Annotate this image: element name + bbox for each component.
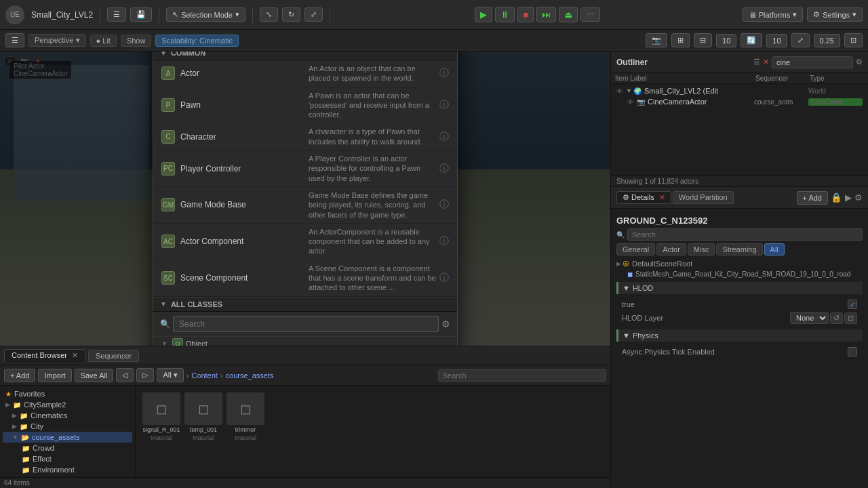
scale-btn[interactable]: ⤢ bbox=[304, 7, 323, 22]
lit-btn[interactable]: ● Lit bbox=[90, 35, 117, 47]
tab-general[interactable]: General bbox=[616, 243, 655, 256]
tree-cinematics[interactable]: ▶ 📁 Cinematics bbox=[3, 410, 132, 421]
tab-content-browser[interactable]: Content Browser ✕ bbox=[4, 349, 85, 362]
outliner-close-btn[interactable]: ✕ bbox=[763, 58, 769, 66]
tab-sequencer[interactable]: Sequencer bbox=[88, 350, 139, 362]
cb-search-input[interactable] bbox=[438, 369, 606, 382]
class-row-player-controller[interactable]: PC Player Controller A Player Controller… bbox=[153, 150, 457, 187]
class-row-scene-component[interactable]: SC Scene Component A Scene Component is … bbox=[153, 260, 457, 297]
static-mesh-field[interactable]: ◼ StaticMesh_Game_Road_Kit_City_Road_SM_… bbox=[616, 269, 863, 279]
player-controller-info-btn[interactable]: ⓘ bbox=[439, 163, 449, 175]
show-btn[interactable]: Show bbox=[121, 35, 152, 47]
actor-component-info-btn[interactable]: ⓘ bbox=[439, 235, 449, 247]
cb-breadcrumb-assets[interactable]: course_assets bbox=[226, 371, 274, 380]
tree-crowd[interactable]: 📁 Crowd bbox=[3, 443, 132, 453]
outliner-row-world[interactable]: 👁 ▼ 🌍 Small_City_LVL2 (Edit World bbox=[614, 85, 865, 96]
ctree-object[interactable]: ▼ O Object bbox=[153, 337, 457, 346]
cb-import-btn[interactable]: Import bbox=[38, 369, 71, 382]
selection-mode-btn[interactable]: ↖ Selection Mode ▾ bbox=[166, 7, 245, 22]
class-search-settings-btn[interactable]: ⚙ bbox=[441, 319, 450, 329]
hlod-clear-btn[interactable]: ⊡ bbox=[844, 312, 857, 324]
cb-all-btn[interactable]: All ▾ bbox=[157, 368, 183, 382]
scene-root-field[interactable]: ▶ ⦿ DefaultSceneRoot bbox=[616, 258, 863, 269]
scene-component-info-btn[interactable]: ⓘ bbox=[439, 272, 449, 284]
camera-btn[interactable]: 📷 bbox=[646, 33, 667, 47]
options-btn[interactable]: ⋯ bbox=[580, 7, 600, 22]
class-row-actor-component[interactable]: AC Actor Component An ActorComponent is … bbox=[153, 224, 457, 260]
physics-section-header[interactable]: ▼ Physics bbox=[616, 329, 863, 342]
snap-btn[interactable]: ⊞ bbox=[671, 33, 690, 47]
pawn-info-btn[interactable]: ⓘ bbox=[439, 99, 449, 111]
tab-misc[interactable]: Misc bbox=[688, 243, 715, 256]
platforms-btn[interactable]: 🖥 Platforms ▾ bbox=[743, 7, 803, 22]
scale-btn2[interactable]: ⤢ bbox=[791, 33, 810, 47]
rot-size-btn[interactable]: 10 bbox=[766, 34, 787, 47]
tree-environment[interactable]: 📁 Environment bbox=[3, 464, 132, 475]
pause-btn[interactable]: ⏸ bbox=[495, 7, 515, 22]
perspective-btn[interactable]: Perspective ▾ bbox=[28, 34, 86, 47]
eject-btn[interactable]: ⏏ bbox=[559, 7, 578, 22]
thumb-trimmer[interactable]: ◻ trimmer Material bbox=[226, 392, 264, 441]
class-row-game-mode-base[interactable]: GM Game Mode Base Game Mode Base defines… bbox=[153, 187, 457, 224]
hlod-refresh-btn[interactable]: ↺ bbox=[830, 312, 843, 324]
tab-streaming[interactable]: Streaming bbox=[716, 243, 762, 256]
thumb-signal[interactable]: ◻ signal_R_001 Material bbox=[142, 392, 180, 441]
view-btn[interactable]: ⊡ bbox=[844, 33, 863, 47]
async-physics-checkbox[interactable] bbox=[848, 347, 857, 357]
class-row-character[interactable]: C Character A character is a type of Paw… bbox=[153, 123, 457, 150]
save-btn[interactable]: 💾 bbox=[130, 7, 152, 22]
tab-all[interactable]: All bbox=[764, 243, 785, 256]
details-search-input[interactable] bbox=[627, 228, 863, 241]
include-hlod-checkbox[interactable]: ✓ bbox=[848, 300, 857, 309]
actor-icon: A bbox=[161, 66, 175, 80]
tree-favorites[interactable]: ★ Favorites bbox=[3, 388, 132, 399]
grid-btn[interactable]: ⊟ bbox=[694, 33, 712, 47]
rotate-btn[interactable]: ↻ bbox=[282, 7, 300, 22]
character-info-btn[interactable]: ⓘ bbox=[439, 131, 449, 143]
tree-citysample2[interactable]: ▶ 📁 CitySample2 bbox=[3, 399, 132, 410]
details-options-btn[interactable]: ⚙ bbox=[854, 192, 863, 203]
outliner-options-btn[interactable]: ⚙ bbox=[856, 58, 863, 66]
game-mode-info-btn[interactable]: ⓘ bbox=[439, 199, 449, 211]
hlod-layer-select[interactable]: None bbox=[790, 312, 829, 324]
details-arrow-btn[interactable]: ▶ bbox=[845, 192, 852, 203]
class-row-actor[interactable]: A Actor An Actor is an object that can b… bbox=[153, 60, 457, 87]
cb-add-btn[interactable]: + Add bbox=[4, 369, 35, 382]
skip-btn[interactable]: ⏭ bbox=[536, 7, 556, 22]
settings-btn[interactable]: ⚙ Settings ▾ bbox=[807, 7, 863, 22]
crowd-icon: 📁 bbox=[22, 445, 30, 452]
outliner-filter-btn[interactable]: ☰ bbox=[753, 58, 760, 66]
class-row-pawn[interactable]: P Pawn A Pawn is an actor that can be 'p… bbox=[153, 87, 457, 124]
scale-size-btn[interactable]: 0.25 bbox=[814, 34, 840, 47]
actor-info-btn[interactable]: ⓘ bbox=[439, 67, 449, 79]
stop-btn[interactable]: ■ bbox=[517, 7, 534, 22]
thumb-temp[interactable]: ◻ temp_001 Material bbox=[184, 392, 222, 441]
cb-breadcrumb-content[interactable]: Content bbox=[191, 371, 218, 380]
cb-save-btn[interactable]: Save All bbox=[75, 369, 114, 382]
play-btn[interactable]: ▶ bbox=[475, 7, 492, 22]
tree-effect[interactable]: 📁 Effect bbox=[3, 453, 132, 464]
tab-actor[interactable]: Actor bbox=[656, 243, 686, 256]
tab-details[interactable]: ⚙ Details ✕ bbox=[616, 191, 671, 204]
cb-fwd-btn[interactable]: ▷ bbox=[136, 368, 154, 382]
details-close-btn[interactable]: ✕ bbox=[659, 193, 665, 201]
move-btn[interactable]: ⤡ bbox=[260, 7, 278, 22]
outliner-row-camera[interactable]: 👁 📷 CineCameraActor course_anim CineCame bbox=[614, 96, 865, 107]
viewport[interactable]: RRCG.cn ≡ Pilot Actor: CineCameraActor 📷… bbox=[0, 52, 610, 346]
outliner-search-input[interactable] bbox=[772, 56, 853, 68]
details-lock-btn[interactable]: 🔒 bbox=[831, 192, 842, 203]
tab-world-partition[interactable]: World Partition bbox=[673, 191, 734, 204]
cb-history-btn[interactable]: ◁ bbox=[116, 368, 134, 382]
class-search-input[interactable] bbox=[173, 316, 439, 332]
character-desc: A character is a type of Pawn that inclu… bbox=[309, 127, 439, 146]
cb-close-btn[interactable]: ✕ bbox=[72, 351, 78, 359]
hlod-section-header[interactable]: ▼ HLOD bbox=[616, 282, 863, 294]
details-add-btn[interactable]: + Add bbox=[797, 191, 828, 205]
hamburger-2-btn[interactable]: ☰ bbox=[5, 33, 24, 47]
hamburger-btn[interactable]: ☰ bbox=[107, 7, 126, 22]
tree-city[interactable]: ▶ 📁 City bbox=[3, 421, 132, 432]
tree-course-assets[interactable]: ▼ 📂 course_assets bbox=[3, 432, 132, 443]
grid-size-btn[interactable]: 10 bbox=[716, 34, 736, 47]
rot-btn[interactable]: 🔄 bbox=[741, 33, 762, 47]
outliner-title: Outliner bbox=[616, 58, 751, 67]
